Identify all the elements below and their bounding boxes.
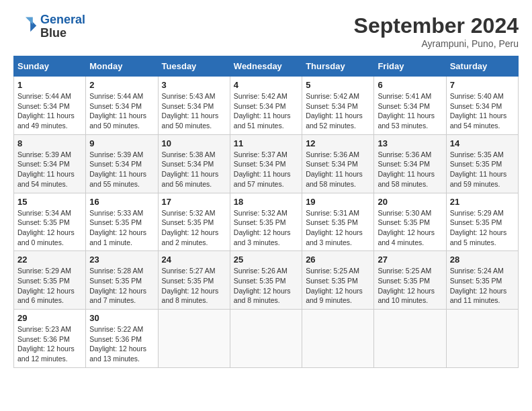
day-info: Sunrise: 5:39 AM Sunset: 5:34 PM Dayligh… <box>17 150 82 189</box>
day-info: Sunrise: 5:27 AM Sunset: 5:35 PM Dayligh… <box>162 266 226 306</box>
calendar-cell: 15 Sunrise: 5:34 AM Sunset: 5:35 PM Dayl… <box>14 193 86 251</box>
day-info: Sunrise: 5:30 AM Sunset: 5:35 PM Dayligh… <box>378 208 442 248</box>
calendar-cell <box>158 310 230 368</box>
calendar-cell: 5 Sunrise: 5:42 AM Sunset: 5:34 PM Dayli… <box>302 77 374 135</box>
day-info: Sunrise: 5:40 AM Sunset: 5:34 PM Dayligh… <box>450 91 515 131</box>
day-info: Sunrise: 5:22 AM Sunset: 5:36 PM Dayligh… <box>89 324 154 364</box>
day-info: Sunrise: 5:32 AM Sunset: 5:35 PM Dayligh… <box>234 208 298 248</box>
calendar-cell <box>374 310 446 368</box>
calendar-week-3: 15 Sunrise: 5:34 AM Sunset: 5:35 PM Dayl… <box>14 193 519 251</box>
calendar-cell <box>446 310 518 368</box>
title-block: September 2024 Ayrampuni, Puno, Peru <box>354 13 519 49</box>
logo: General Blue <box>13 13 85 40</box>
day-number: 9 <box>89 138 154 148</box>
day-info: Sunrise: 5:41 AM Sunset: 5:34 PM Dayligh… <box>378 91 442 131</box>
day-number: 18 <box>234 197 298 207</box>
day-info: Sunrise: 5:35 AM Sunset: 5:35 PM Dayligh… <box>450 150 515 189</box>
day-number: 10 <box>162 138 226 148</box>
logo-text: General Blue <box>40 13 85 40</box>
day-info: Sunrise: 5:24 AM Sunset: 5:35 PM Dayligh… <box>450 266 515 306</box>
day-info: Sunrise: 5:38 AM Sunset: 5:34 PM Dayligh… <box>162 150 226 189</box>
day-number: 15 <box>17 197 82 207</box>
calendar-cell: 3 Sunrise: 5:43 AM Sunset: 5:34 PM Dayli… <box>158 77 230 135</box>
day-info: Sunrise: 5:29 AM Sunset: 5:35 PM Dayligh… <box>17 266 82 306</box>
calendar-cell: 29 Sunrise: 5:23 AM Sunset: 5:36 PM Dayl… <box>14 310 86 368</box>
calendar-week-5: 29 Sunrise: 5:23 AM Sunset: 5:36 PM Dayl… <box>14 310 519 368</box>
calendar-cell: 19 Sunrise: 5:31 AM Sunset: 5:35 PM Dayl… <box>302 193 374 251</box>
day-number: 25 <box>234 255 298 265</box>
day-number: 19 <box>306 197 370 207</box>
calendar-cell: 2 Sunrise: 5:44 AM Sunset: 5:34 PM Dayli… <box>86 77 158 135</box>
day-info: Sunrise: 5:36 AM Sunset: 5:34 PM Dayligh… <box>378 150 442 189</box>
day-header-tuesday: Tuesday <box>158 56 230 77</box>
calendar-cell: 24 Sunrise: 5:27 AM Sunset: 5:35 PM Dayl… <box>158 251 230 310</box>
calendar-cell: 7 Sunrise: 5:40 AM Sunset: 5:34 PM Dayli… <box>446 77 518 135</box>
day-info: Sunrise: 5:33 AM Sunset: 5:35 PM Dayligh… <box>89 208 154 248</box>
day-number: 1 <box>17 80 82 90</box>
calendar-cell: 8 Sunrise: 5:39 AM Sunset: 5:34 PM Dayli… <box>14 134 86 193</box>
page-header: General Blue September 2024 Ayrampuni, P… <box>13 13 519 49</box>
calendar-week-2: 8 Sunrise: 5:39 AM Sunset: 5:34 PM Dayli… <box>14 134 519 193</box>
calendar-cell: 22 Sunrise: 5:29 AM Sunset: 5:35 PM Dayl… <box>14 251 86 310</box>
day-number: 20 <box>378 197 442 207</box>
day-number: 17 <box>162 197 226 207</box>
day-header-thursday: Thursday <box>302 56 374 77</box>
calendar-cell: 6 Sunrise: 5:41 AM Sunset: 5:34 PM Dayli… <box>374 77 446 135</box>
calendar-cell: 18 Sunrise: 5:32 AM Sunset: 5:35 PM Dayl… <box>230 193 302 251</box>
day-number: 29 <box>17 313 82 323</box>
day-info: Sunrise: 5:25 AM Sunset: 5:35 PM Dayligh… <box>378 266 442 306</box>
day-info: Sunrise: 5:36 AM Sunset: 5:34 PM Dayligh… <box>306 150 370 189</box>
day-info: Sunrise: 5:28 AM Sunset: 5:35 PM Dayligh… <box>89 266 154 306</box>
calendar-cell: 26 Sunrise: 5:25 AM Sunset: 5:35 PM Dayl… <box>302 251 374 310</box>
day-number: 22 <box>17 255 82 265</box>
day-info: Sunrise: 5:43 AM Sunset: 5:34 PM Dayligh… <box>162 91 226 131</box>
day-header-friday: Friday <box>374 56 446 77</box>
day-number: 11 <box>234 138 298 148</box>
day-info: Sunrise: 5:37 AM Sunset: 5:34 PM Dayligh… <box>234 150 298 189</box>
day-number: 7 <box>450 80 515 90</box>
month-title: September 2024 <box>354 13 519 38</box>
calendar-cell: 27 Sunrise: 5:25 AM Sunset: 5:35 PM Dayl… <box>374 251 446 310</box>
day-number: 28 <box>450 255 515 265</box>
day-number: 14 <box>450 138 515 148</box>
calendar-cell: 16 Sunrise: 5:33 AM Sunset: 5:35 PM Dayl… <box>86 193 158 251</box>
calendar-table: SundayMondayTuesdayWednesdayThursdayFrid… <box>13 56 519 368</box>
calendar-cell: 10 Sunrise: 5:38 AM Sunset: 5:34 PM Dayl… <box>158 134 230 193</box>
calendar-cell: 25 Sunrise: 5:26 AM Sunset: 5:35 PM Dayl… <box>230 251 302 310</box>
calendar-body: 1 Sunrise: 5:44 AM Sunset: 5:34 PM Dayli… <box>14 77 519 368</box>
day-number: 5 <box>306 80 370 90</box>
day-info: Sunrise: 5:26 AM Sunset: 5:35 PM Dayligh… <box>234 266 298 306</box>
calendar-cell: 1 Sunrise: 5:44 AM Sunset: 5:34 PM Dayli… <box>14 77 86 135</box>
calendar-cell: 20 Sunrise: 5:30 AM Sunset: 5:35 PM Dayl… <box>374 193 446 251</box>
day-number: 30 <box>89 313 154 323</box>
calendar-cell: 28 Sunrise: 5:24 AM Sunset: 5:35 PM Dayl… <box>446 251 518 310</box>
calendar-cell: 11 Sunrise: 5:37 AM Sunset: 5:34 PM Dayl… <box>230 134 302 193</box>
day-number: 12 <box>306 138 370 148</box>
day-number: 4 <box>234 80 298 90</box>
day-number: 24 <box>162 255 226 265</box>
day-info: Sunrise: 5:29 AM Sunset: 5:35 PM Dayligh… <box>450 208 515 248</box>
day-info: Sunrise: 5:44 AM Sunset: 5:34 PM Dayligh… <box>17 91 82 131</box>
calendar-cell: 4 Sunrise: 5:42 AM Sunset: 5:34 PM Dayli… <box>230 77 302 135</box>
logo-icon <box>13 15 38 39</box>
day-info: Sunrise: 5:42 AM Sunset: 5:34 PM Dayligh… <box>306 91 370 131</box>
day-number: 13 <box>378 138 442 148</box>
calendar-cell: 23 Sunrise: 5:28 AM Sunset: 5:35 PM Dayl… <box>86 251 158 310</box>
calendar-week-1: 1 Sunrise: 5:44 AM Sunset: 5:34 PM Dayli… <box>14 77 519 135</box>
day-number: 27 <box>378 255 442 265</box>
calendar-header: SundayMondayTuesdayWednesdayThursdayFrid… <box>14 56 519 77</box>
day-number: 23 <box>89 255 154 265</box>
day-number: 16 <box>89 197 154 207</box>
location: Ayrampuni, Puno, Peru <box>354 38 519 49</box>
day-number: 8 <box>17 138 82 148</box>
calendar-week-4: 22 Sunrise: 5:29 AM Sunset: 5:35 PM Dayl… <box>14 251 519 310</box>
calendar-cell: 12 Sunrise: 5:36 AM Sunset: 5:34 PM Dayl… <box>302 134 374 193</box>
calendar-cell: 21 Sunrise: 5:29 AM Sunset: 5:35 PM Dayl… <box>446 193 518 251</box>
day-info: Sunrise: 5:23 AM Sunset: 5:36 PM Dayligh… <box>17 324 82 364</box>
calendar-cell: 14 Sunrise: 5:35 AM Sunset: 5:35 PM Dayl… <box>446 134 518 193</box>
day-header-wednesday: Wednesday <box>230 56 302 77</box>
day-info: Sunrise: 5:25 AM Sunset: 5:35 PM Dayligh… <box>306 266 370 306</box>
day-info: Sunrise: 5:44 AM Sunset: 5:34 PM Dayligh… <box>89 91 154 131</box>
day-header-sunday: Sunday <box>14 56 86 77</box>
calendar-cell: 13 Sunrise: 5:36 AM Sunset: 5:34 PM Dayl… <box>374 134 446 193</box>
